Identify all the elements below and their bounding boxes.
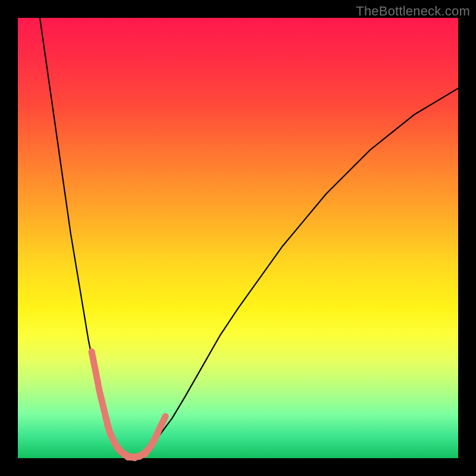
dash-marks xyxy=(92,352,165,458)
chart-svg xyxy=(18,18,458,458)
svg-line-21 xyxy=(161,416,165,426)
plot-area xyxy=(18,18,458,458)
svg-line-2 xyxy=(96,374,98,384)
watermark-text: TheBottleneck.com xyxy=(356,4,470,19)
chart-frame: TheBottleneck.com xyxy=(0,0,476,476)
